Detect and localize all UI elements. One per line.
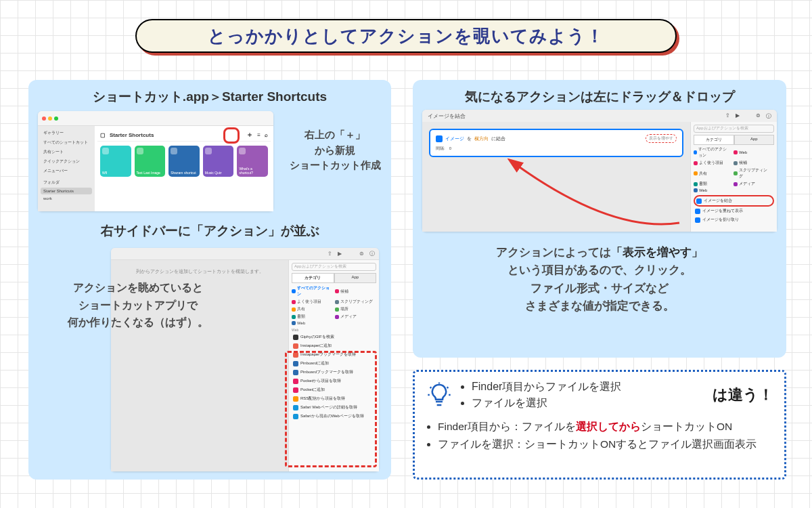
category-item[interactable]: Web bbox=[694, 188, 731, 192]
category-item[interactable]: よく使う項目 bbox=[694, 160, 731, 166]
tile-icon bbox=[137, 148, 143, 154]
list-view-icon[interactable]: ≡ bbox=[257, 132, 261, 138]
lightbulb-icon bbox=[426, 381, 453, 408]
share-icon[interactable]: ⇪ bbox=[328, 251, 332, 257]
share-icon[interactable]: ⇪ bbox=[725, 112, 730, 120]
category-item[interactable]: 場所 bbox=[335, 306, 374, 312]
action-item[interactable]: イメージを切り取り bbox=[694, 215, 774, 224]
sidebar-item-selected[interactable]: Starter Shortcuts bbox=[41, 188, 92, 194]
plus-button-highlight bbox=[223, 127, 240, 144]
settings-icon[interactable]: ⊜ bbox=[359, 251, 364, 257]
tile-icon bbox=[102, 148, 109, 154]
tile-icon bbox=[205, 148, 212, 154]
category-item[interactable]: 共有 bbox=[292, 306, 331, 312]
editor-toolbar: イメージを結合 ⇪ ▶ ⊜ ⓘ bbox=[422, 110, 777, 122]
page-title-banner: とっかかりとしてアクションを覗いてみよう！ bbox=[135, 19, 677, 53]
editor-toolbar: ⇪ ▶ ⊜ ⓘ bbox=[111, 248, 379, 260]
tip-detail: Finder項目から：ファイルを選択してからショートカットON bbox=[438, 418, 773, 436]
shortcut-tile[interactable]: Text Last Image bbox=[135, 146, 166, 177]
category-item[interactable]: よく使う項目 bbox=[292, 299, 331, 305]
zoom-icon[interactable] bbox=[54, 117, 58, 121]
minimize-icon[interactable] bbox=[48, 117, 52, 121]
tip-compare-list: Finder項目からファイルを選択 ファイルを選択 bbox=[459, 379, 621, 411]
editor-window: イメージを結合 ⇪ ▶ ⊜ ⓘ イメージ を 横方向 に結合 表示を増 bbox=[422, 110, 777, 232]
category-item[interactable]: メディア bbox=[335, 314, 374, 320]
traffic-lights bbox=[42, 117, 58, 121]
svg-line-1 bbox=[430, 387, 432, 388]
tip-item: Finder項目からファイルを選択 bbox=[472, 379, 621, 395]
shortcut-tile[interactable]: Shazam shortcut bbox=[168, 146, 200, 177]
tab-app[interactable]: App bbox=[334, 273, 377, 283]
panel-right-heading: 気になるアクションは左にドラッグ＆ドロップ bbox=[413, 80, 786, 106]
play-icon[interactable]: ▶ bbox=[736, 112, 740, 120]
tab-app[interactable]: App bbox=[734, 135, 775, 145]
category-item[interactable]: スクリプティング bbox=[335, 299, 374, 305]
editor-sidebar: Appおよびアクションを検索 カテゴリ App すべてのアクション Web よく… bbox=[690, 122, 777, 232]
sidebar-item[interactable]: 共有シート bbox=[41, 148, 92, 156]
category-item[interactable]: メディア bbox=[734, 181, 771, 187]
sidebar-item[interactable]: クイックアクション bbox=[41, 157, 92, 166]
tip-suffix: は違う！ bbox=[713, 385, 773, 405]
content-title: Starter Shortcuts bbox=[110, 132, 154, 138]
panel-left-heading: ショートカット.app＞Starter Shortcuts bbox=[28, 80, 391, 106]
category-item[interactable]: 共有 bbox=[694, 167, 731, 179]
annotation-actions: アクションを眺めていると ショートカットアプリで 何か作りたくなる（はず）。 bbox=[43, 279, 233, 331]
shortcut-tile[interactable]: Wfl bbox=[100, 146, 131, 177]
folder-icon: ▢ bbox=[100, 132, 106, 138]
add-button[interactable]: ＋ bbox=[246, 130, 253, 140]
sidebar-group-label: フォルダ bbox=[41, 178, 92, 187]
category-item[interactable]: すべてのアクション bbox=[292, 285, 331, 297]
editor-canvas[interactable]: イメージ を 横方向 に結合 表示を増やす 間隔: 0 bbox=[422, 122, 690, 232]
shortcut-tiles: Wfl Text Last Image Shazam shortcut Musi… bbox=[97, 146, 271, 177]
sidebar-group-label: ギャラリー bbox=[41, 129, 92, 137]
annotation-expand: アクションによっては「表示を増やす」 という項目があるので、クリック。 ファイル… bbox=[413, 244, 786, 315]
category-list: すべてのアクション 候補 よく使う項目 スクリプティング 共有 場所 書類 メデ… bbox=[292, 285, 376, 325]
tip-detail: ファイルを選択：ショートカットONするとファイル選択画面表示 bbox=[438, 436, 773, 453]
direction-param[interactable]: 横方向 bbox=[474, 135, 489, 142]
action-item-highlighted[interactable]: イメージを結合 bbox=[694, 195, 774, 207]
action-item[interactable]: イメージを重ねて表示 bbox=[694, 207, 774, 215]
page-title: とっかかりとしてアクションを覗いてみよう！ bbox=[208, 24, 604, 48]
action-item[interactable]: GiphyのGIFを検索 bbox=[292, 333, 376, 341]
shortcut-title: イメージを結合 bbox=[428, 112, 466, 120]
category-item[interactable]: 候補 bbox=[335, 285, 374, 297]
category-item[interactable]: Web bbox=[734, 146, 771, 158]
category-item[interactable]: 候補 bbox=[734, 160, 771, 166]
category-item[interactable]: 書類 bbox=[292, 314, 331, 320]
window-titlebar bbox=[38, 111, 273, 126]
category-item[interactable]: スクリプティング bbox=[734, 167, 771, 179]
tip-box: Finder項目からファイルを選択 ファイルを選択 は違う！ Finder項目か… bbox=[413, 370, 786, 480]
tile-icon bbox=[239, 148, 246, 154]
panel-starter-shortcuts: ショートカット.app＞Starter Shortcuts ギャラリー すべての… bbox=[28, 80, 391, 480]
tab-category[interactable]: カテゴリ bbox=[694, 135, 734, 145]
shortcut-tile[interactable]: Music Quiz bbox=[203, 146, 234, 177]
tab-category[interactable]: カテゴリ bbox=[292, 273, 334, 283]
action-search[interactable]: Appおよびアクションを検索 bbox=[292, 263, 376, 271]
tile-icon bbox=[171, 148, 177, 154]
drag-arrow bbox=[490, 158, 686, 233]
info-icon[interactable]: ⓘ bbox=[369, 250, 375, 257]
shortcut-tile[interactable]: What's a shortcut? bbox=[237, 146, 268, 177]
category-list: すべてのアクション Web よく使う項目 候補 共有 スクリプティング 書類 メ… bbox=[694, 146, 774, 192]
action-step[interactable]: イメージ を 横方向 に結合 表示を増やす 間隔: 0 bbox=[429, 129, 683, 157]
close-icon[interactable] bbox=[42, 117, 46, 121]
sidebar-item[interactable]: メニューバー bbox=[41, 167, 92, 175]
sidebar-item[interactable]: work bbox=[41, 195, 92, 202]
sidebar-item[interactable]: すべてのショートカット bbox=[41, 138, 92, 147]
spacing-row[interactable]: 間隔: 0 bbox=[436, 146, 677, 152]
tip-item: ファイルを選択 bbox=[472, 395, 621, 411]
category-item[interactable]: Web bbox=[292, 321, 331, 325]
editor-search[interactable]: Appおよびアクションを検索 bbox=[694, 125, 774, 133]
play-icon[interactable]: ▶ bbox=[338, 251, 342, 257]
shortcuts-sidebar: ギャラリー すべてのショートカット 共有シート クイックアクション メニューバー… bbox=[38, 126, 95, 211]
settings-icon[interactable]: ⊜ bbox=[756, 112, 761, 120]
annotation-plus: 右上の「＋」 から新規 ショートカット作成 bbox=[284, 127, 386, 173]
panel-left-subheading: 右サイドバーに「アクション」が並ぶ bbox=[28, 222, 391, 240]
action-item[interactable]: Instapaperに追加 bbox=[292, 341, 376, 350]
info-icon[interactable]: ⓘ bbox=[766, 112, 771, 120]
category-item[interactable]: 書類 bbox=[694, 181, 731, 187]
expand-options[interactable]: 表示を増やす bbox=[646, 134, 677, 143]
shortcuts-main: ▢ Starter Shortcuts ＋ ≡ ⌕ Wfl Text Last … bbox=[95, 126, 273, 211]
search-icon[interactable]: ⌕ bbox=[265, 132, 268, 138]
category-item[interactable]: すべてのアクション bbox=[694, 146, 731, 158]
